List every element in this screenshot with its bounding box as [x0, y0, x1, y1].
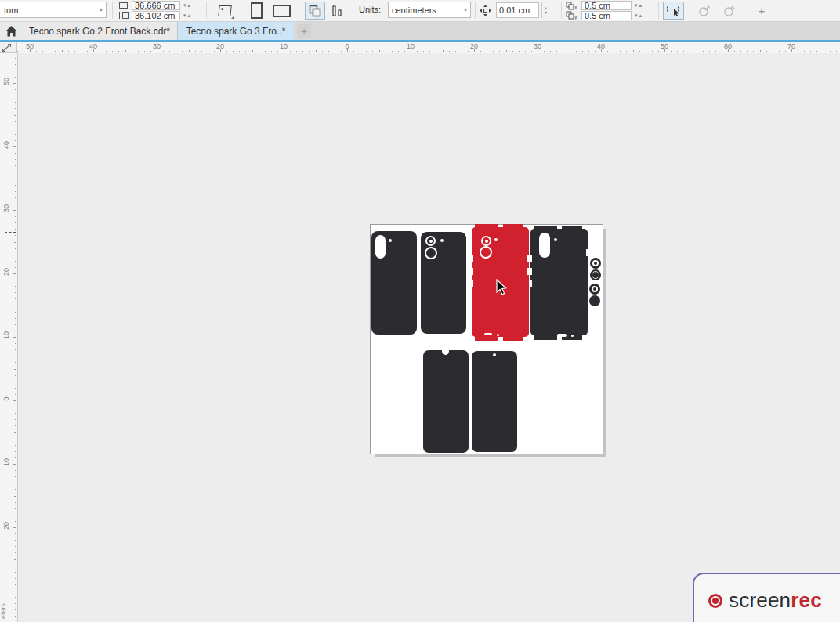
camera-lens-sticker[interactable]	[590, 269, 601, 280]
ruler-tick	[15, 609, 16, 610]
camera-lens-sticker[interactable]	[590, 258, 601, 269]
ruler-tick	[15, 578, 16, 579]
zoom-level-combo[interactable]: tom ▾	[0, 2, 107, 18]
object-height-field[interactable]: 36.102 cm	[132, 11, 180, 20]
new-document-tab-button[interactable]: +	[297, 24, 311, 38]
screen-notch-cutout	[442, 350, 449, 355]
units-combo[interactable]: centimeters ▾	[388, 2, 471, 18]
skin-back-plain-1[interactable]	[371, 231, 417, 335]
ruler-tick	[15, 280, 16, 280]
ruler-tick	[15, 121, 16, 122]
scale-factor-button[interactable]	[215, 2, 235, 20]
ruler-tick	[607, 51, 608, 52]
ruler-label: 20	[216, 42, 224, 50]
skin-front-notch[interactable]	[423, 350, 469, 453]
ruler-tick	[15, 172, 16, 172]
finish-edit-button[interactable]	[719, 2, 740, 20]
duplicate-y-field[interactable]: 0.5 cm	[581, 11, 632, 20]
add-control-button[interactable]: +	[752, 2, 771, 20]
ruler-tick	[74, 51, 75, 52]
ruler-tick	[36, 51, 37, 52]
ruler-tick	[550, 51, 551, 52]
ruler-tick	[563, 51, 563, 52]
ruler-tick	[15, 140, 16, 141]
launch-edit-button[interactable]	[694, 2, 715, 20]
duplicate-y-spinner[interactable]: ▾▴	[635, 13, 643, 19]
skin-back-camera-rings-1[interactable]	[421, 232, 466, 334]
ruler-tick	[14, 369, 16, 370]
ruler-tick	[15, 292, 16, 293]
ruler-tick	[658, 51, 659, 52]
duplicate-x-field[interactable]: 0.5 cm	[581, 1, 632, 10]
ruler-tick	[15, 89, 16, 90]
skin-wrap-black[interactable]	[530, 226, 588, 340]
flash-cutout	[554, 238, 557, 241]
width-spinner[interactable]: ▾▴	[183, 2, 192, 9]
nudge-offset-button	[476, 2, 494, 19]
ruler-tick	[816, 51, 817, 52]
ruler-tick	[13, 337, 16, 338]
object-width-field[interactable]: 36.666 cm	[132, 1, 180, 10]
ruler-tick	[15, 425, 16, 426]
ruler-origin-corner[interactable]	[0, 42, 17, 53]
nudge-arrows-icon	[479, 4, 492, 17]
ruler-tick	[245, 51, 246, 52]
ruler-tick	[379, 50, 380, 52]
ruler-tick	[449, 51, 450, 52]
ruler-tick	[15, 515, 16, 515]
tab-document-2[interactable]: Tecno spark Go 3 Fro..*	[178, 22, 294, 40]
duplicate-x-icon: x	[566, 2, 578, 10]
skin-front-punchhole[interactable]	[472, 351, 517, 452]
port-cutout	[484, 333, 492, 335]
ruler-tick	[417, 51, 418, 52]
chevron-down-icon: ▾	[100, 6, 103, 13]
height-spinner[interactable]: ▾▴	[183, 13, 192, 19]
drawing-canvas[interactable]	[18, 53, 840, 622]
camera-lens-sticker[interactable]	[589, 295, 600, 306]
ruler-tick	[144, 51, 145, 52]
home-button[interactable]	[0, 22, 23, 40]
ruler-label: 0	[345, 42, 349, 50]
nudge-distance-value: 0.01 cm	[499, 5, 530, 15]
ruler-label: 30	[153, 42, 161, 50]
ruler-tick	[15, 349, 16, 350]
ruler-tick	[182, 51, 183, 52]
cut-notch	[530, 268, 532, 275]
ruler-tick	[271, 51, 272, 52]
document-tab-bar: Tecno spark Go 2 Front Back.cdr* Tecno s…	[0, 22, 840, 40]
ruler-tick	[15, 445, 16, 446]
vertical-ruler[interactable]: 504030201001020	[0, 53, 18, 622]
ruler-tick	[392, 51, 393, 52]
mic-cutout	[497, 334, 499, 336]
current-page-button[interactable]	[328, 2, 348, 20]
units-label: Units:	[359, 5, 381, 14]
ruler-tick	[15, 216, 16, 217]
ruler-tick	[100, 51, 100, 52]
ruler-tick	[15, 77, 16, 78]
object-height-icon2	[122, 12, 129, 19]
treat-as-filled-button[interactable]	[663, 2, 684, 20]
ruler-tick	[15, 324, 16, 325]
camera-ring-icon	[481, 236, 491, 246]
nudge-spinner[interactable]: ▴ ▾	[541, 2, 547, 18]
ruler-tick	[443, 50, 444, 52]
tab-document-1[interactable]: Tecno spark Go 2 Front Back.cdr*	[22, 22, 178, 40]
ruler-tick	[722, 51, 722, 52]
ruler-tick	[335, 51, 335, 52]
ruler-tick	[614, 51, 614, 52]
portrait-page-button[interactable]	[246, 2, 266, 20]
ruler-tick	[588, 51, 589, 52]
ruler-tick	[15, 407, 16, 407]
camera-lens-sticker[interactable]	[589, 284, 600, 295]
duplicate-x-spinner[interactable]: ▾▴	[635, 2, 643, 9]
cut-notch	[472, 280, 473, 287]
ruler-tick	[595, 51, 596, 52]
all-pages-button[interactable]	[305, 2, 325, 20]
landscape-page-button[interactable]	[270, 2, 293, 20]
ruler-label: 40	[597, 42, 605, 50]
ruler-tick	[753, 51, 754, 52]
units-value: centimeters	[392, 5, 436, 15]
ruler-tick	[15, 229, 16, 230]
horizontal-ruler[interactable]: 5040302010010203040506070	[17, 42, 840, 54]
nudge-distance-field[interactable]: 0.01 cm	[496, 2, 539, 18]
